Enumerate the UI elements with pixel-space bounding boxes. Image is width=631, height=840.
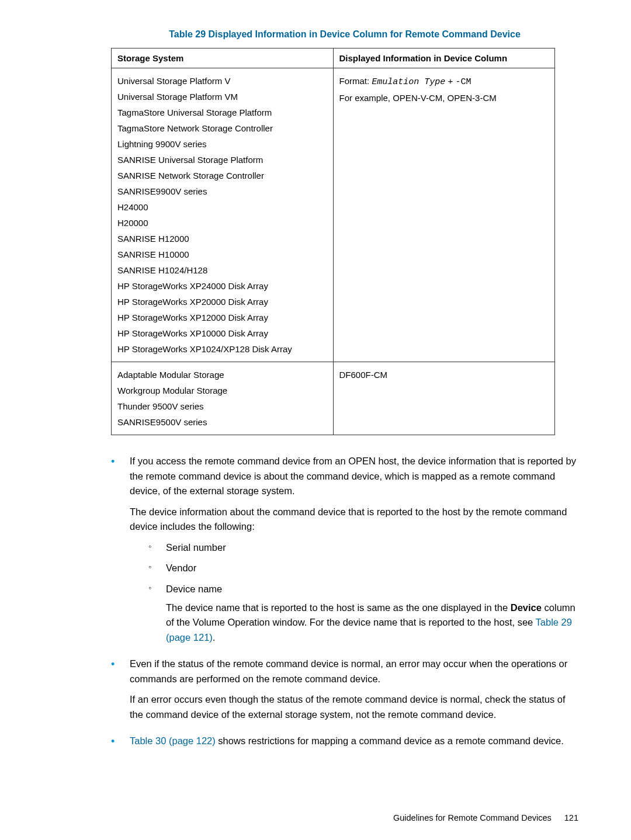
cell-storage-list-2: Adaptable Modular Storage Workgroup Modu… <box>112 362 334 435</box>
storage-item: HP StorageWorks XP1024/XP128 Disk Array <box>117 341 327 357</box>
cm-suffix: -CM <box>455 77 471 87</box>
sub-item-devicename: Device name The device name that is repo… <box>148 582 578 645</box>
emulation-type: Emulation Type <box>372 77 445 87</box>
storage-item: HP StorageWorks XP10000 Disk Array <box>117 325 327 341</box>
device-info-table: Storage System Displayed Information in … <box>111 48 555 435</box>
storage-item: Adaptable Modular Storage <box>117 367 327 383</box>
device-name-text-pre: The device name that is reported to the … <box>166 602 511 613</box>
storage-item: SANRISE9500V series <box>117 414 327 430</box>
sub-item-serial: Serial number <box>148 540 578 556</box>
table-header-info: Displayed Information in Device Column <box>333 48 555 68</box>
table-30-link[interactable]: Table 30 (page 122) <box>130 735 216 746</box>
bullet-item-1: If you access the remote command device … <box>111 454 578 645</box>
storage-item: Universal Storage Platform VM <box>117 89 327 105</box>
table-header-storage: Storage System <box>112 48 334 68</box>
format-example: For example, OPEN-V-CM, OPEN-3-CM <box>339 90 549 106</box>
storage-item: H20000 <box>117 215 327 231</box>
format-label: Format: <box>339 76 372 86</box>
device-name-label: Device name <box>166 584 222 594</box>
storage-item: HP StorageWorks XP24000 Disk Array <box>117 278 327 294</box>
storage-item: SANRISE H1024/H128 <box>117 262 327 278</box>
main-bullet-list: If you access the remote command device … <box>53 454 578 749</box>
page-footer: Guidelines for Remote Command Devices 12… <box>393 813 578 822</box>
storage-item: HP StorageWorks XP12000 Disk Array <box>117 310 327 325</box>
page-number: 121 <box>564 813 578 822</box>
bullet-item-2: Even if the status of the remote command… <box>111 657 578 722</box>
storage-item: Lightning 9900V series <box>117 136 327 152</box>
footer-label: Guidelines for Remote Command Devices <box>393 813 552 822</box>
bullet-2-p2: If an error occurs even though the statu… <box>130 692 578 722</box>
storage-item: Thunder 9500V series <box>117 398 327 414</box>
sub-item-vendor: Vendor <box>148 561 578 576</box>
storage-item: Universal Storage Platform V <box>117 73 327 89</box>
bullet-3-text: shows restrictions for mapping a command… <box>216 735 564 746</box>
bullet-item-3: Table 30 (page 122) shows restrictions f… <box>111 734 578 749</box>
format-plus: + <box>445 76 455 86</box>
storage-item: SANRISE H12000 <box>117 231 327 247</box>
device-bold: Device <box>511 602 542 613</box>
storage-item: Workgroup Modular Storage <box>117 383 327 398</box>
bullet-1-p1: If you access the remote command device … <box>130 456 576 496</box>
bullet-1-p2: The device information about the command… <box>130 505 578 534</box>
storage-item: TagmaStore Universal Storage Platform <box>117 105 327 120</box>
storage-item: TagmaStore Network Storage Controller <box>117 120 327 136</box>
storage-item: SANRISE Network Storage Controller <box>117 168 327 183</box>
storage-item: H24000 <box>117 199 327 215</box>
device-name-text-end: . <box>213 632 216 643</box>
storage-item: SANRISE Universal Storage Platform <box>117 152 327 168</box>
storage-item: HP StorageWorks XP20000 Disk Array <box>117 294 327 310</box>
table-row: Universal Storage Platform V Universal S… <box>112 68 555 362</box>
storage-item: SANRISE H10000 <box>117 247 327 262</box>
cell-info-2: DF600F-CM <box>333 362 555 435</box>
table-row: Adaptable Modular Storage Workgroup Modu… <box>112 362 555 435</box>
cell-info-1: Format: Emulation Type + -CM For example… <box>333 68 555 362</box>
bullet-2-p1: Even if the status of the remote command… <box>130 658 567 684</box>
storage-item: SANRISE9900V series <box>117 183 327 199</box>
table-caption: Table 29 Displayed Information in Device… <box>111 29 578 40</box>
cell-storage-list-1: Universal Storage Platform V Universal S… <box>112 68 334 362</box>
sub-bullet-list: Serial number Vendor Device name The dev… <box>130 540 578 645</box>
